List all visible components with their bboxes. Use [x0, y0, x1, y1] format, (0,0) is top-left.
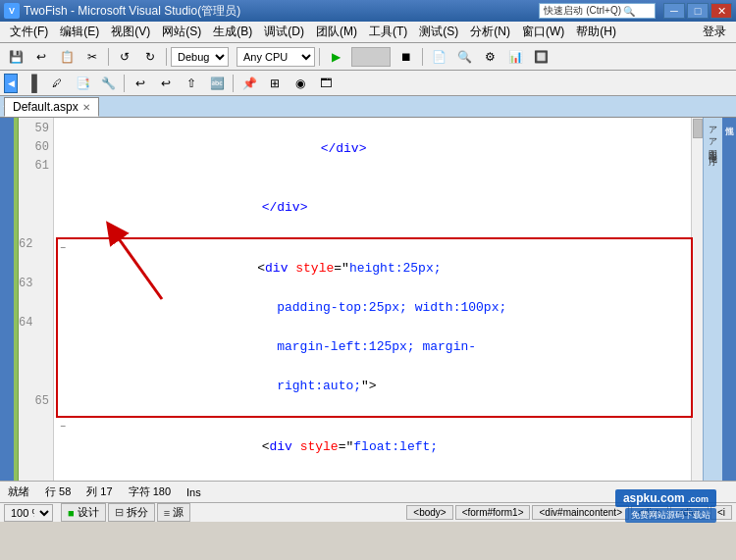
toolbar-btn-1[interactable]: 💾	[4, 46, 27, 68]
breadcrumb-maincontent[interactable]: <div#maincontent>	[532, 505, 629, 520]
toolbar-btn-extra-1[interactable]: 📄	[427, 46, 450, 68]
code-line-62: − <div style="float:left; color:#0026ff"…	[60, 418, 697, 481]
source-label: 源	[173, 505, 184, 520]
line-numbers: 59 60 61 62 63 64 65	[19, 118, 54, 481]
design-label: 设计	[78, 505, 99, 520]
menu-tools[interactable]: 工具(T)	[363, 22, 413, 42]
breadcrumb-form[interactable]: <form#form1>	[455, 505, 531, 520]
sep-3	[319, 48, 320, 66]
status-col: 列 17	[86, 484, 112, 499]
redo-button[interactable]: ↻	[138, 46, 162, 68]
status-ready: 就绪	[8, 484, 29, 499]
close-button[interactable]: ✕	[710, 3, 732, 19]
sep-2	[166, 48, 167, 66]
split-label: 拆分	[127, 505, 148, 520]
run-button[interactable]: ▶	[324, 46, 347, 68]
code-editor[interactable]: 59 60 61 62 63 64 65	[19, 118, 703, 481]
sep-t2	[124, 75, 125, 92]
toolbar-1: 💾 ↩ 📋 ✂ ↺ ↻ Debug Any CPU ▶ ⏹ 📄 🔍 ⚙ 📊 🔲	[0, 43, 736, 71]
menu-file[interactable]: 文件(F)	[4, 22, 54, 42]
menu-bar: 文件(F) 编辑(E) 视图(V) 网站(S) 生成(B) 调试(D) 团队(M…	[0, 22, 736, 43]
code-lines: </div> </div> − <div style	[54, 118, 703, 481]
breadcrumb-div1[interactable]: <div>	[631, 505, 668, 520]
toolbar-btn-extra-3[interactable]: ⚙	[478, 46, 501, 68]
menu-analyze[interactable]: 分析(N)	[464, 22, 516, 42]
right-vs-strip: 属性	[722, 118, 736, 481]
left-vs-strip: 工具箱	[0, 118, 14, 481]
tab-default-aspx[interactable]: Default.aspx ✕	[4, 97, 99, 117]
code-line-60: </div>	[60, 178, 697, 237]
toolbar-btn-extra-5[interactable]: 🔲	[529, 46, 552, 68]
scrollbar-vertical[interactable]	[691, 118, 703, 481]
toolbar2-btn-12[interactable]: 🗔	[314, 73, 338, 94]
title-bar: V TwoFish - Microsoft Visual Studio(管理员)…	[0, 0, 736, 22]
sep-4	[422, 48, 423, 66]
breadcrumb-div2[interactable]: <div>	[670, 505, 708, 520]
sep-1	[108, 48, 109, 66]
stop-button[interactable]: ⏹	[394, 46, 418, 68]
search-box[interactable]: 快速启动 (Ctrl+Q) 🔍	[539, 3, 656, 19]
tab-label: Default.aspx	[13, 100, 79, 114]
menu-window[interactable]: 窗口(W)	[516, 22, 570, 42]
toolbar2-btn-5[interactable]: ↩	[129, 73, 152, 94]
code-line-61-container: − <div style="height:25px; padding-top:2…	[60, 237, 697, 418]
breadcrumb-i[interactable]: <i	[710, 505, 732, 520]
status-bar: 就绪 行 58 列 17 字符 180 Ins	[0, 481, 736, 502]
menu-test[interactable]: 测试(S)	[413, 22, 464, 42]
toolbar-2: ◀ ▐ 🖊 📑 🔧 ↩ ↩ ⇧ 🔤 📌 ⊞ ◉ 🗔	[0, 71, 736, 96]
sep-t2-2	[233, 75, 234, 92]
right-panel: ア ア 图 固 储 序	[703, 118, 722, 481]
toolbar2-btn-2[interactable]: 🖊	[45, 73, 69, 94]
toolbar-btn-4[interactable]: ✂	[80, 46, 104, 68]
toolbar-btn-extra-4[interactable]: 📊	[503, 46, 527, 68]
menu-build[interactable]: 生成(B)	[207, 22, 258, 42]
toolbar-btn-2[interactable]: ↩	[29, 46, 53, 68]
build-progress	[351, 47, 391, 67]
menu-view[interactable]: 视图(V)	[105, 22, 156, 42]
menu-debug[interactable]: 调试(D)	[258, 22, 310, 42]
minimize-button[interactable]: ─	[663, 3, 685, 19]
app-icon: V	[4, 3, 20, 19]
scroll-thumb[interactable]	[693, 119, 703, 138]
right-panel-item-2[interactable]: ア	[707, 131, 719, 141]
right-panel-item-1[interactable]: ア	[707, 120, 719, 129]
tab-source[interactable]: ≡ 源	[157, 503, 190, 522]
tab-split[interactable]: ⊟ 拆分	[108, 503, 155, 522]
toolbar2-btn-8[interactable]: 🔤	[205, 73, 229, 94]
toolbar-btn-extra-2[interactable]: 🔍	[452, 46, 476, 68]
toolbar2-btn-4[interactable]: 🔧	[96, 73, 120, 94]
window-title: TwoFish - Microsoft Visual Studio(管理员)	[24, 3, 539, 20]
toolbar2-btn-7[interactable]: ⇧	[180, 73, 203, 94]
tab-bar: Default.aspx ✕	[0, 96, 736, 118]
toolbar2-btn-3[interactable]: 📑	[71, 73, 94, 94]
status-char: 字符 180	[129, 484, 171, 499]
login-button[interactable]: 登录	[697, 22, 732, 42]
platform-combo[interactable]: Any CPU	[237, 47, 315, 67]
side-panel-toggle[interactable]: ◀	[4, 74, 18, 93]
toolbar-btn-3[interactable]: 📋	[55, 46, 79, 68]
status-row: 行 58	[45, 484, 71, 499]
undo-button[interactable]: ↺	[113, 46, 136, 68]
tab-close-button[interactable]: ✕	[82, 102, 90, 113]
code-line-59: </div>	[60, 120, 697, 178]
tab-design[interactable]: ■ 设计	[61, 503, 106, 522]
toolbar2-btn-11[interactable]: ◉	[289, 73, 312, 94]
breadcrumb-body[interactable]: <body>	[406, 505, 452, 520]
bottom-toolbar: 100 % ■ 设计 ⊟ 拆分 ≡ 源 <body> <form#form1> …	[0, 502, 736, 522]
maximize-button[interactable]: □	[687, 3, 709, 19]
menu-help[interactable]: 帮助(H)	[570, 22, 622, 42]
menu-edit[interactable]: 编辑(E)	[54, 22, 105, 42]
window-controls: ─ □ ✕	[663, 3, 732, 19]
zoom-combo[interactable]: 100 %	[4, 504, 53, 522]
toolbar2-btn-10[interactable]: ⊞	[263, 73, 287, 94]
menu-website[interactable]: 网站(S)	[156, 22, 207, 42]
menu-team[interactable]: 团队(M)	[310, 22, 363, 42]
toolbar2-btn-9[interactable]: 📌	[237, 73, 261, 94]
toolbar2-btn-1[interactable]: ▐	[20, 73, 43, 94]
code-line-61: − <div style="height:25px; padding-top:2…	[60, 237, 697, 418]
toolbar2-btn-6[interactable]: ↩	[154, 73, 178, 94]
status-ins: Ins	[186, 486, 201, 498]
debug-mode-combo[interactable]: Debug	[171, 47, 229, 67]
